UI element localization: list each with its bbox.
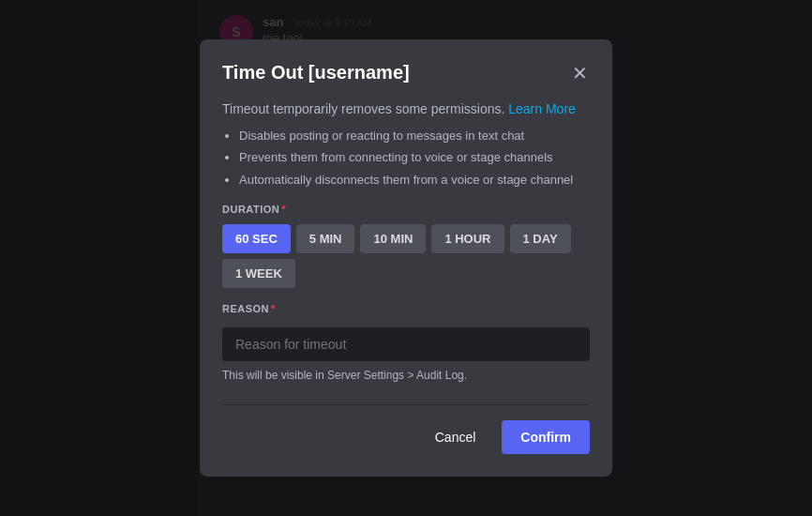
reason-label: REASON* bbox=[222, 303, 590, 314]
modal-overlay: Time Out [username] ✕ Timeout temporaril… bbox=[0, 0, 812, 516]
close-button[interactable]: ✕ bbox=[570, 62, 590, 84]
modal-title: Time Out [username] bbox=[222, 62, 410, 83]
duration-buttons: 60 SEC 5 MIN 10 MIN 1 HOUR 1 DAY 1 WEEK bbox=[222, 224, 590, 288]
modal-footer: Cancel Confirm bbox=[222, 404, 590, 454]
duration-label: DURATION* bbox=[222, 204, 590, 215]
duration-1hour[interactable]: 1 HOUR bbox=[431, 224, 504, 253]
duration-10min[interactable]: 10 MIN bbox=[360, 224, 426, 253]
duration-1week[interactable]: 1 WEEK bbox=[222, 259, 295, 288]
learn-more-link[interactable]: Learn More bbox=[508, 101, 576, 116]
timeout-modal: Time Out [username] ✕ Timeout temporaril… bbox=[200, 39, 612, 478]
duration-1day[interactable]: 1 DAY bbox=[510, 224, 571, 253]
confirm-button[interactable]: Confirm bbox=[502, 420, 590, 454]
duration-60sec[interactable]: 60 SEC bbox=[222, 224, 291, 253]
reason-input[interactable] bbox=[222, 327, 590, 361]
modal-description: Timeout temporarily removes some permiss… bbox=[222, 99, 590, 190]
audit-note: This will be visible in Server Settings … bbox=[222, 369, 590, 382]
modal-header: Time Out [username] ✕ bbox=[222, 62, 590, 84]
duration-5min[interactable]: 5 MIN bbox=[296, 224, 355, 253]
cancel-button[interactable]: Cancel bbox=[420, 420, 491, 454]
